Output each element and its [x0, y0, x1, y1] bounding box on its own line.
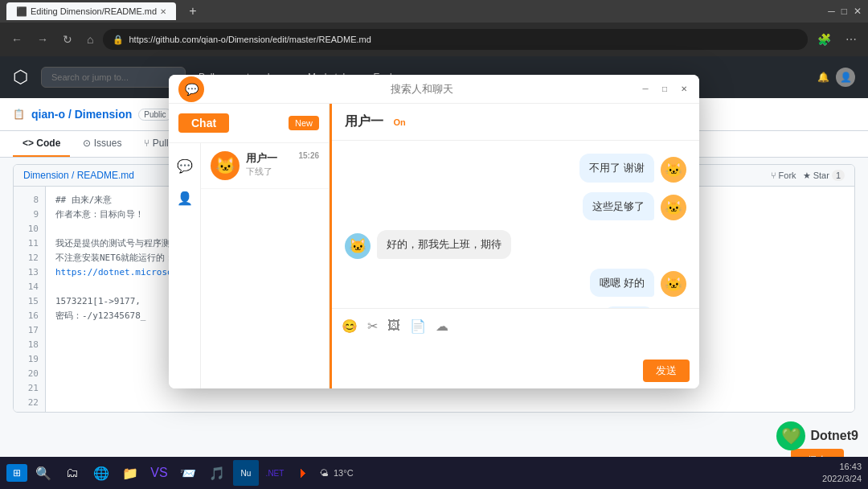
message-row: 🐱好的，那我先上班，期待: [345, 230, 686, 259]
taskbar-debug-icon[interactable]: ⏵: [291, 460, 317, 486]
new-chat-button[interactable]: New: [289, 116, 319, 130]
chat-window: 💬 ─ □ ✕ Chat New 💬 👤: [169, 75, 699, 388]
github-actions: 🔔 👤: [817, 68, 855, 87]
public-badge: Public: [138, 109, 171, 121]
message-row: 🐱不用了 谢谢: [345, 154, 686, 183]
sidebar-contacts-icon[interactable]: 👤: [169, 182, 201, 214]
taskbar-vs-icon[interactable]: VS: [146, 460, 172, 486]
close-win-button[interactable]: ✕: [678, 84, 690, 95]
taskbar-music-icon[interactable]: 🎵: [204, 460, 230, 486]
chat-app-icon: 💬: [178, 76, 204, 102]
taskbar-explorer-icon[interactable]: 📁: [117, 460, 143, 486]
browser-tab[interactable]: ⬛ Editing Dimension/README.md ✕: [6, 2, 176, 20]
chat-contact-name: 用户一: [345, 114, 383, 128]
start-button[interactable]: ⊞: [6, 464, 27, 482]
taskbar-dotnet-icon[interactable]: .NET: [262, 460, 288, 486]
message-bubble: 这些足够了: [583, 192, 654, 221]
image-button[interactable]: 🖼: [387, 318, 400, 334]
repo-path[interactable]: qian-o / Dimension: [31, 108, 132, 121]
chat-main: 用户一 On 🐱不用了 谢谢🐱这些足够了🐱好的，那我先上班，期待🐱嗯嗯 好的🐱下…: [330, 104, 699, 388]
clock-date: 2022/3/24: [822, 473, 862, 485]
taskbar-files-icon[interactable]: 🗂: [59, 460, 85, 486]
extensions-button[interactable]: 🧩: [813, 31, 836, 47]
settings-button[interactable]: ⋯: [841, 31, 862, 47]
chat-search-input[interactable]: [204, 83, 640, 95]
file-button[interactable]: 📄: [410, 318, 426, 334]
windows-icon: ⊞: [13, 467, 21, 479]
repo-name[interactable]: Dimension: [75, 108, 133, 121]
minimize-win-button[interactable]: ─: [640, 84, 651, 95]
tab-close-button[interactable]: ✕: [160, 7, 166, 16]
github-search-input[interactable]: [41, 67, 186, 88]
reload-button[interactable]: ↻: [58, 31, 77, 47]
repo-owner[interactable]: qian-o: [31, 108, 65, 121]
chat-tab[interactable]: Chat: [178, 113, 229, 133]
forward-button[interactable]: →: [32, 31, 53, 47]
clock-time: 16:43: [822, 461, 862, 473]
close-button[interactable]: ✕: [854, 6, 862, 17]
github-logo: ⬡: [13, 67, 28, 88]
taskbar-nuget-icon[interactable]: Nu: [233, 460, 259, 486]
message-bubble: 不用了 谢谢: [579, 154, 654, 183]
taskbar: ⊞ 🔍 🗂 🌐 📁 VS 📨 🎵 Nu .NET ⏵ 🌤 13°C 16:43 …: [0, 457, 868, 489]
chat-header: 用户一 On: [332, 104, 699, 141]
sidebar-icon-list: 💬 👤: [169, 143, 201, 388]
chat-input-area: 😊 ✂ 🖼 📄 ☁ 发送: [332, 308, 699, 388]
breadcrumb: Dimension / README.md: [23, 170, 134, 181]
message-avatar: 🐱: [661, 157, 686, 183]
maximize-win-button[interactable]: □: [659, 84, 670, 95]
wechat-watermark: 💚 Dotnet9: [776, 421, 858, 450]
contact-name: 用户一: [246, 151, 277, 166]
contact-info: 用户一 15:26 下线了: [246, 151, 319, 180]
chat-sidebar: Chat New 💬 👤 🐱: [169, 104, 330, 388]
repo-icon: 📋: [13, 109, 25, 120]
tab-code[interactable]: <> Code: [13, 131, 70, 157]
maximize-button[interactable]: □: [841, 6, 847, 17]
message-bubble: 嗯嗯 好的: [590, 269, 654, 298]
sidebar-chat-icon[interactable]: 💬: [169, 150, 201, 182]
chat-title-bar: 💬 ─ □ ✕: [169, 75, 699, 104]
title-bar: ⬛ Editing Dimension/README.md ✕ + ─ □ ✕: [0, 0, 868, 23]
taskbar-mail-icon[interactable]: 📨: [175, 460, 201, 486]
line-numbers: 8910111213141516171819202122232425262728…: [14, 187, 46, 412]
system-tray: 🌤 13°C: [320, 468, 354, 478]
sidebar-content: 💬 👤 🐱 用户一 15:26 下线了: [169, 143, 329, 388]
sidebar-top: Chat New: [169, 104, 329, 143]
scissors-button[interactable]: ✂: [367, 318, 378, 334]
chat-messages: 🐱不用了 谢谢🐱这些足够了🐱好的，那我先上班，期待🐱嗯嗯 好的🐱下线了: [332, 141, 699, 308]
tab-title: Editing Dimension/README.md: [31, 6, 157, 16]
cloud-button[interactable]: ☁: [436, 318, 448, 334]
user-avatar[interactable]: 👤: [836, 68, 855, 87]
chat-body: Chat New 💬 👤 🐱: [169, 104, 699, 388]
minimize-button[interactable]: ─: [828, 6, 835, 17]
home-button[interactable]: ⌂: [82, 31, 98, 47]
star-btn[interactable]: ★ Star 1: [803, 171, 845, 181]
wechat-icon: 💚: [776, 421, 805, 450]
status-badge: On: [393, 117, 405, 127]
message-avatar: 🐱: [661, 271, 686, 297]
contact-time: 15:26: [298, 151, 319, 166]
message-avatar: 🐱: [345, 233, 371, 259]
window-controls: ─ □ ✕: [640, 84, 690, 95]
temperature-text: 13°C: [334, 468, 354, 478]
back-button[interactable]: ←: [6, 31, 27, 47]
issues-icon: ⊙: [83, 138, 91, 149]
send-button[interactable]: 发送: [643, 360, 690, 382]
message-row: 🐱嗯嗯 好的: [345, 269, 686, 298]
chat-text-input[interactable]: [342, 337, 690, 356]
code-icon: <>: [23, 138, 34, 149]
address-bar[interactable]: 🔒 https://github.com/qian-o/Dimension/ed…: [103, 29, 808, 50]
taskbar-search-icon[interactable]: 🔍: [31, 460, 56, 486]
taskbar-clock: 16:43 2022/3/24: [822, 461, 862, 486]
browser-chrome: ⬛ Editing Dimension/README.md ✕ + ─ □ ✕ …: [0, 0, 868, 56]
notifications-bell[interactable]: 🔔: [817, 72, 829, 83]
new-tab-button[interactable]: +: [182, 4, 203, 18]
pr-icon: ⑂: [144, 138, 149, 149]
contact-avatar: 🐱: [211, 151, 240, 180]
taskbar-browser-icon[interactable]: 🌐: [88, 460, 114, 486]
message-row: 🐱这些足够了: [345, 192, 686, 221]
message-bubble: 下线了: [604, 306, 654, 308]
list-item[interactable]: 🐱 用户一 15:26 下线了: [201, 143, 329, 189]
emoji-button[interactable]: 😊: [342, 318, 358, 334]
tab-issues[interactable]: ⊙ Issues: [73, 131, 131, 157]
